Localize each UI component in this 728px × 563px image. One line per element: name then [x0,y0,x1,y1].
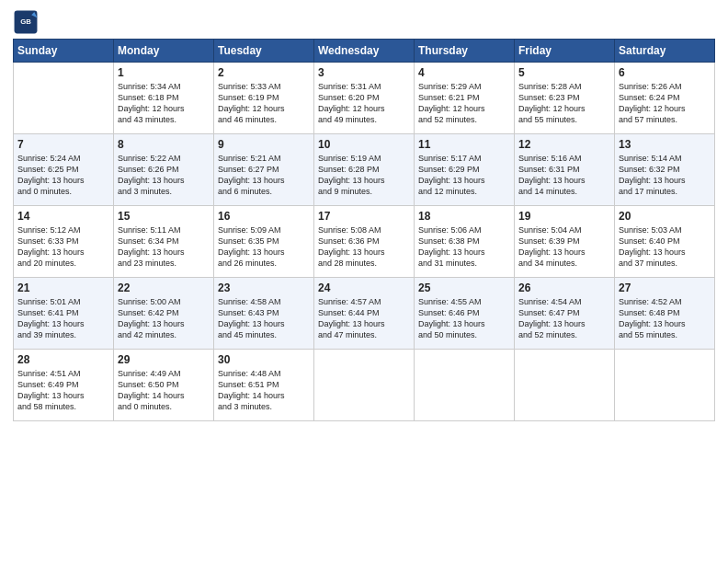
header: GB [13,9,715,35]
cell-info: Sunrise: 5:24 AM Sunset: 6:25 PM Dayligh… [17,153,109,198]
calendar-table: SundayMondayTuesdayWednesdayThursdayFrid… [13,39,715,421]
cell-info: Sunrise: 5:17 AM Sunset: 6:29 PM Dayligh… [418,153,510,198]
cell-info: Sunrise: 5:28 AM Sunset: 6:23 PM Dayligh… [518,81,610,126]
cell-info: Sunrise: 5:33 AM Sunset: 6:19 PM Dayligh… [218,81,310,126]
cell-info: Sunrise: 5:08 AM Sunset: 6:36 PM Dayligh… [318,224,410,270]
calendar-week-row: 28Sunrise: 4:51 AM Sunset: 6:49 PM Dayli… [14,350,715,421]
calendar-cell: 27Sunrise: 4:52 AM Sunset: 6:48 PM Dayli… [615,278,715,350]
day-number: 28 [17,353,109,366]
calendar-cell: 26Sunrise: 4:54 AM Sunset: 6:47 PM Dayli… [515,278,615,350]
calendar-cell: 13Sunrise: 5:14 AM Sunset: 6:32 PM Dayli… [615,134,715,206]
calendar-cell: 24Sunrise: 4:57 AM Sunset: 6:44 PM Dayli… [314,278,415,350]
cell-info: Sunrise: 5:01 AM Sunset: 6:41 PM Dayligh… [17,296,109,341]
cell-info: Sunrise: 5:00 AM Sunset: 6:42 PM Dayligh… [118,296,210,341]
cell-info: Sunrise: 5:31 AM Sunset: 6:20 PM Dayligh… [318,81,410,126]
calendar-cell: 6Sunrise: 5:26 AM Sunset: 6:24 PM Daylig… [615,63,715,134]
day-number: 10 [318,138,410,151]
calendar-cell: 5Sunrise: 5:28 AM Sunset: 6:23 PM Daylig… [515,63,615,134]
day-number: 22 [118,282,210,294]
day-number: 3 [318,66,410,79]
cell-info: Sunrise: 5:26 AM Sunset: 6:24 PM Dayligh… [619,81,711,126]
day-number: 14 [17,210,109,223]
calendar-week-row: 14Sunrise: 5:12 AM Sunset: 6:33 PM Dayli… [14,206,715,278]
cell-info: Sunrise: 5:21 AM Sunset: 6:27 PM Dayligh… [218,153,310,198]
calendar-week-row: 7Sunrise: 5:24 AM Sunset: 6:25 PM Daylig… [14,134,715,206]
calendar-cell: 7Sunrise: 5:24 AM Sunset: 6:25 PM Daylig… [14,134,114,206]
day-number: 20 [619,210,711,223]
calendar-cell: 29Sunrise: 4:49 AM Sunset: 6:50 PM Dayli… [114,350,214,421]
day-number: 9 [218,138,310,151]
calendar-cell [14,63,114,134]
weekday-header: Wednesday [314,40,415,63]
day-number: 26 [518,282,610,294]
calendar-cell: 12Sunrise: 5:16 AM Sunset: 6:31 PM Dayli… [515,134,615,206]
calendar-cell: 16Sunrise: 5:09 AM Sunset: 6:35 PM Dayli… [214,206,314,278]
day-number: 24 [318,282,410,294]
calendar-cell: 19Sunrise: 5:04 AM Sunset: 6:39 PM Dayli… [515,206,615,278]
day-number: 11 [418,138,510,151]
cell-info: Sunrise: 4:58 AM Sunset: 6:43 PM Dayligh… [218,296,310,341]
calendar-cell: 25Sunrise: 4:55 AM Sunset: 6:46 PM Dayli… [415,278,515,350]
calendar-body: 1Sunrise: 5:34 AM Sunset: 6:18 PM Daylig… [14,63,715,421]
calendar-cell: 8Sunrise: 5:22 AM Sunset: 6:26 PM Daylig… [114,134,214,206]
cell-info: Sunrise: 5:06 AM Sunset: 6:38 PM Dayligh… [418,224,510,270]
day-number: 15 [118,210,210,223]
cell-info: Sunrise: 5:04 AM Sunset: 6:39 PM Dayligh… [518,224,610,270]
calendar-cell [615,350,715,421]
day-number: 16 [218,210,310,223]
calendar-header: SundayMondayTuesdayWednesdayThursdayFrid… [14,40,715,63]
day-number: 17 [318,210,410,223]
day-number: 7 [17,138,109,151]
cell-info: Sunrise: 5:14 AM Sunset: 6:32 PM Dayligh… [619,153,711,198]
calendar-cell: 18Sunrise: 5:06 AM Sunset: 6:38 PM Dayli… [415,206,515,278]
day-number: 21 [17,282,109,294]
cell-info: Sunrise: 4:55 AM Sunset: 6:46 PM Dayligh… [418,296,510,341]
calendar-cell: 28Sunrise: 4:51 AM Sunset: 6:49 PM Dayli… [14,350,114,421]
calendar-cell: 3Sunrise: 5:31 AM Sunset: 6:20 PM Daylig… [314,63,415,134]
calendar-cell: 23Sunrise: 4:58 AM Sunset: 6:43 PM Dayli… [214,278,314,350]
day-number: 25 [418,282,510,294]
calendar-cell: 11Sunrise: 5:17 AM Sunset: 6:29 PM Dayli… [415,134,515,206]
calendar-week-row: 21Sunrise: 5:01 AM Sunset: 6:41 PM Dayli… [14,278,715,350]
day-number: 29 [118,353,210,366]
day-number: 19 [518,210,610,223]
day-number: 30 [218,353,310,366]
day-number: 27 [619,282,711,294]
cell-info: Sunrise: 4:52 AM Sunset: 6:48 PM Dayligh… [619,296,711,341]
cell-info: Sunrise: 5:11 AM Sunset: 6:34 PM Dayligh… [118,224,210,270]
cell-info: Sunrise: 5:34 AM Sunset: 6:18 PM Dayligh… [118,81,210,126]
calendar-cell: 10Sunrise: 5:19 AM Sunset: 6:28 PM Dayli… [314,134,415,206]
logo-icon: GB [13,9,39,35]
cell-info: Sunrise: 5:16 AM Sunset: 6:31 PM Dayligh… [518,153,610,198]
day-number: 5 [518,66,610,79]
calendar-cell: 21Sunrise: 5:01 AM Sunset: 6:41 PM Dayli… [14,278,114,350]
cell-info: Sunrise: 4:49 AM Sunset: 6:50 PM Dayligh… [118,368,210,413]
cell-info: Sunrise: 4:54 AM Sunset: 6:47 PM Dayligh… [518,296,610,341]
cell-info: Sunrise: 5:19 AM Sunset: 6:28 PM Dayligh… [318,153,410,198]
day-number: 23 [218,282,310,294]
calendar-cell: 9Sunrise: 5:21 AM Sunset: 6:27 PM Daylig… [214,134,314,206]
cell-info: Sunrise: 5:12 AM Sunset: 6:33 PM Dayligh… [17,224,109,270]
cell-info: Sunrise: 5:22 AM Sunset: 6:26 PM Dayligh… [118,153,210,198]
day-number: 2 [218,66,310,79]
calendar-cell: 20Sunrise: 5:03 AM Sunset: 6:40 PM Dayli… [615,206,715,278]
calendar-cell: 14Sunrise: 5:12 AM Sunset: 6:33 PM Dayli… [14,206,114,278]
weekday-header: Sunday [14,40,114,63]
svg-text:GB: GB [20,17,31,26]
calendar-cell: 22Sunrise: 5:00 AM Sunset: 6:42 PM Dayli… [114,278,214,350]
calendar-cell [515,350,615,421]
weekday-header: Monday [114,40,214,63]
day-number: 13 [619,138,711,151]
main-container: GB SundayMondayTuesdayWednesdayThursdayF… [0,0,728,429]
weekday-header: Tuesday [214,40,314,63]
calendar-cell: 1Sunrise: 5:34 AM Sunset: 6:18 PM Daylig… [114,63,214,134]
calendar-cell: 15Sunrise: 5:11 AM Sunset: 6:34 PM Dayli… [114,206,214,278]
calendar-cell [314,350,415,421]
weekday-header: Thursday [415,40,515,63]
day-number: 8 [118,138,210,151]
day-number: 4 [418,66,510,79]
weekday-header: Friday [515,40,615,63]
logo: GB [13,9,42,35]
cell-info: Sunrise: 5:09 AM Sunset: 6:35 PM Dayligh… [218,224,310,270]
weekday-header: Saturday [615,40,715,63]
